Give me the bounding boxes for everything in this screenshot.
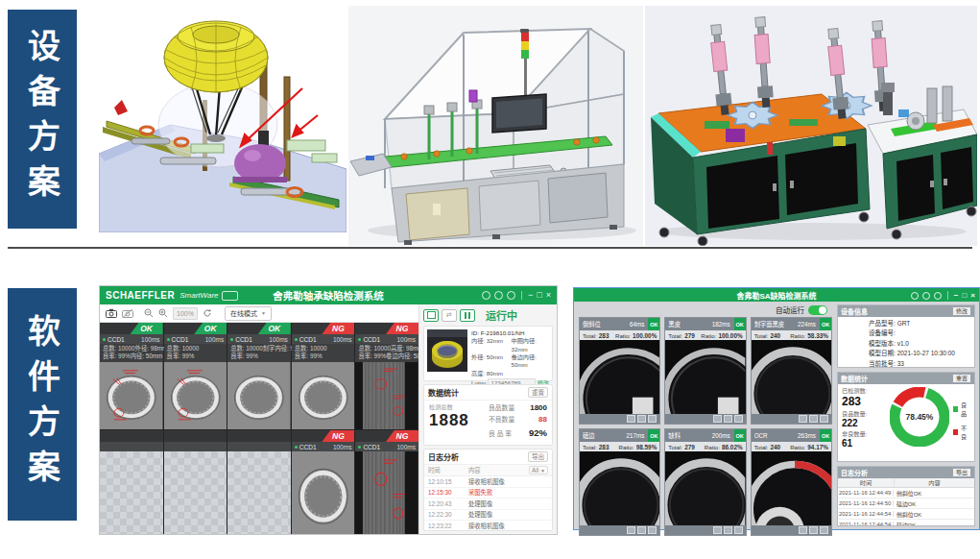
section-label-software: 软件方案 xyxy=(8,288,77,521)
export-button[interactable]: 导出 xyxy=(952,468,971,477)
capture-button[interactable] xyxy=(423,309,439,322)
bearing-image xyxy=(100,362,163,429)
total-count: 1888 xyxy=(429,411,483,430)
bearing-image xyxy=(292,362,355,429)
right-sidebar: 设备信息修改 产品型号: GRT 设备编号: 模型版本: v1.0 模型日期: … xyxy=(837,304,975,526)
bearing-image xyxy=(292,451,355,534)
edit-device-button[interactable]: 修改 xyxy=(952,306,971,316)
chevron-down-icon: ▼ xyxy=(540,468,545,474)
model-date: 2021-10-27 10:30:00 xyxy=(897,350,955,356)
maximize-button[interactable]: □ xyxy=(962,292,967,300)
help-icon[interactable] xyxy=(494,291,503,300)
toolbar: 100% 在线模式▼ xyxy=(100,304,418,323)
defect-tile[interactable]: 刻字面黑皮224msOK Total:240Ratio:58.33% xyxy=(751,317,832,425)
zoom-level-field[interactable]: 100% xyxy=(173,307,198,320)
log-row: 2021-11-16 12:44:54倒斜位OK xyxy=(838,509,974,520)
log-row: 2021-11-16 12:44:50磕边OK xyxy=(838,498,974,509)
reset-button[interactable]: 重置 xyxy=(528,387,548,398)
status-badge: NG xyxy=(322,323,354,334)
zoom-out-icon[interactable] xyxy=(144,308,154,318)
ok-badge: OK xyxy=(820,429,831,442)
camera-status-dot xyxy=(103,338,106,341)
tile-tool-icon[interactable] xyxy=(627,415,635,423)
tile-tool-icon[interactable] xyxy=(734,415,743,423)
product-id: ID: F-219810.01/NH xyxy=(471,329,549,337)
tile-tool-icon[interactable] xyxy=(799,415,807,423)
total-label: 检测总数 xyxy=(429,402,483,411)
info-icon[interactable] xyxy=(507,291,515,300)
switch-mode-button[interactable]: ⇄ xyxy=(442,309,457,322)
tile-tool-icon[interactable] xyxy=(820,415,828,423)
log-row: 12:23:22接收相机图像 xyxy=(424,521,552,531)
defect-tile[interactable]: 倒斜位64msOK Total:283Ratio:100.00% xyxy=(579,317,660,425)
good-count: 222 xyxy=(842,418,886,430)
tile-tool-icon[interactable] xyxy=(713,415,722,423)
ok-badge: OK xyxy=(648,318,659,330)
refresh-icon[interactable] xyxy=(203,308,212,318)
tile-tool-icon[interactable] xyxy=(809,415,818,423)
window-sa-defect-inspection: 舍弗勒SA缺陷检测系统 − □ × 自动运行 倒斜位64msOK Total:2… xyxy=(573,287,980,530)
tile-tool-icon[interactable] xyxy=(724,526,732,534)
tile-tool-icon[interactable] xyxy=(734,526,743,534)
close-button[interactable]: × xyxy=(546,291,551,300)
tile-tool-icon[interactable] xyxy=(809,526,818,534)
tile-tool-icon[interactable] xyxy=(724,415,732,423)
status-badge: NG xyxy=(386,323,418,334)
maximize-button[interactable]: □ xyxy=(537,291,541,300)
minimize-button[interactable]: − xyxy=(528,291,533,300)
camera-label: CCD1 xyxy=(108,336,125,343)
tile-tool-icon[interactable] xyxy=(627,526,635,534)
defect-tile[interactable]: OCR263msOK Total:240Ratio:94.17% xyxy=(751,428,832,536)
cad-render-enclosure-machine xyxy=(348,6,643,246)
panel-stats: 总数: 10000外径: 98mm 良率: 99%内径: 50mm xyxy=(100,344,163,362)
reset-button[interactable]: 重置 xyxy=(952,374,971,383)
tile-tool-icon[interactable] xyxy=(648,526,657,534)
log-panel: 日志分析导出 时间内容 2021-11-16 12:44:49倒斜位OK 202… xyxy=(837,466,975,526)
spec: 中圈内径: 32mm xyxy=(512,337,550,353)
tile-tool-icon[interactable] xyxy=(648,415,657,423)
checked-count: 283 xyxy=(842,395,886,409)
cad-render-delta-robot xyxy=(99,8,347,232)
defect-tile[interactable]: 黑皮182msOK Total:279Ratio:100.00% xyxy=(664,317,746,425)
log-row: 12:22:30处理图像 xyxy=(424,510,552,522)
right-sidebar: ⇄ 运行中 ID: F-219810.01/NH 内径: 32mm 中圈内径: … xyxy=(418,304,557,534)
statistics-panel: 数据统计重置 已检测数:283 良品数量:222 非良数量:61 78.45% xyxy=(837,372,975,462)
brand-badge-icon xyxy=(222,291,238,301)
pause-button[interactable] xyxy=(460,309,475,322)
settings-icon[interactable] xyxy=(482,291,490,300)
defect-tile-grid: 倒斜位64msOK Total:283Ratio:100.00% 黑皮182ms… xyxy=(579,317,832,536)
log-row: 2021-11-16 12:44:54磕边OK xyxy=(838,520,974,526)
autorun-toggle[interactable] xyxy=(808,305,827,315)
model-version: v1.0 xyxy=(897,340,909,347)
status-badge: OK xyxy=(258,323,291,334)
brand-logo: SCHAEFFLER xyxy=(106,290,175,301)
zoom-in-icon[interactable] xyxy=(158,308,168,318)
info-icon[interactable] xyxy=(934,292,942,300)
tile-tool-icon[interactable] xyxy=(637,415,646,423)
tile-tool-icon[interactable] xyxy=(713,526,722,534)
statistics-card: 数据统计重置 检测总数 1888 良品数量1800 不良数量88 良 品 率92… xyxy=(423,384,553,446)
tile-tool-icon[interactable] xyxy=(799,526,807,534)
minimize-button[interactable]: − xyxy=(954,292,959,300)
cycle-time: 100ms xyxy=(141,336,160,343)
tile-tool-icon[interactable] xyxy=(637,526,646,534)
bearing-image xyxy=(227,362,291,429)
spec: 外径: 50mm xyxy=(471,353,510,370)
tile-tool-icon[interactable] xyxy=(820,526,828,534)
log-card: 日志分析导出 时间内容 All▼ 12:10:15接收相机图像 12:15:30… xyxy=(423,449,553,531)
bearing-image xyxy=(164,362,227,429)
camera-icon[interactable] xyxy=(106,308,117,318)
camera-off-icon[interactable] xyxy=(122,308,133,318)
stats-title: 数据统计 xyxy=(428,387,459,398)
log-row: 12:10:15接收相机图像 xyxy=(424,476,552,488)
help-icon[interactable] xyxy=(922,292,930,300)
defect-tile[interactable]: 缺料200msOK Total:279Ratio:86.02% xyxy=(664,428,746,536)
separator xyxy=(521,291,522,300)
log-filter-dropdown[interactable]: All▼ xyxy=(529,466,548,474)
mode-dropdown[interactable]: 在线模式▼ xyxy=(225,306,272,321)
close-button[interactable]: × xyxy=(970,292,975,300)
export-button[interactable]: 导出 xyxy=(528,451,548,462)
yield-rate: 92% xyxy=(529,426,547,441)
settings-icon[interactable] xyxy=(911,292,919,300)
defect-tile[interactable]: 磕边217msOK Total:283Ratio:98.59% xyxy=(579,428,660,536)
